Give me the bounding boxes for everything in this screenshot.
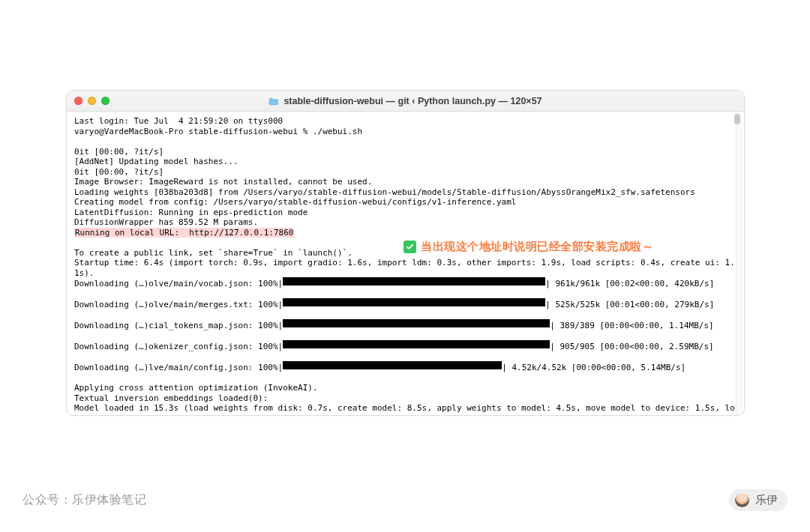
check-icon bbox=[404, 241, 416, 253]
download-label: Downloading (…)cial_tokens_map.json: 100… bbox=[74, 321, 283, 331]
window-title: stable-diffusion-webui — git ‹ Python la… bbox=[67, 96, 744, 106]
download-progress-line: Downloading (…)cial_tokens_map.json: 100… bbox=[74, 320, 736, 331]
terminal-line: [AddNet] Updating model hashes... bbox=[74, 157, 238, 166]
download-label: Downloading (…)lve/main/config.json: 100… bbox=[74, 363, 283, 373]
download-stats: | 4.52k/4.52k [00:00<00:00, 5.14MB/s] bbox=[502, 363, 686, 373]
avatar-icon bbox=[735, 493, 749, 507]
annotation-text: 当出现这个地址时说明已经全部安装完成啦～ bbox=[421, 240, 653, 254]
download-progress-line: Downloading (…)olve/main/vocab.json: 100… bbox=[74, 278, 736, 289]
terminal-line: varyo@VardeMacBook-Pro stable-diffusion-… bbox=[74, 127, 362, 136]
download-stats: | 525k/525k [00:01<00:00, 279kB/s] bbox=[545, 300, 714, 310]
download-stats: | 905/905 [00:00<00:00, 2.59MB/s] bbox=[550, 342, 714, 352]
download-progress-line: Downloading (…)olve/main/merges.txt: 100… bbox=[74, 299, 736, 310]
terminal-line: Last login: Tue Jul 4 21:59:20 on ttys00… bbox=[74, 116, 283, 126]
author-badge: 乐伊 bbox=[729, 489, 788, 511]
terminal-line: Startup time: 6.4s (import torch: 0.9s, … bbox=[74, 258, 735, 278]
highlighted-url-line: Running on local URL: http://127.0.0.1:7… bbox=[74, 228, 294, 238]
download-stats: | 389/389 [00:00<00:00, 1.14MB/s] bbox=[550, 321, 714, 331]
author-name: 乐伊 bbox=[755, 493, 778, 507]
terminal-line: DiffusionWrapper has 859.52 M params. bbox=[74, 217, 258, 227]
download-label: Downloading (…)olve/main/merges.txt: 100… bbox=[74, 300, 283, 310]
terminal-line: LatentDiffusion: Running in eps-predicti… bbox=[74, 208, 308, 217]
terminal-body[interactable]: Last login: Tue Jul 4 21:59:20 on ttys00… bbox=[67, 112, 744, 415]
content-canvas: stable-diffusion-webui — git ‹ Python la… bbox=[14, 45, 796, 465]
scrollbar-thumb[interactable] bbox=[734, 114, 740, 124]
zoom-icon[interactable] bbox=[101, 97, 110, 105]
footer-caption: 公众号：乐伊体验笔记 bbox=[22, 492, 146, 508]
progress-bar-fill bbox=[283, 277, 545, 285]
terminal-line: Textual inversion embeddings loaded(0): bbox=[74, 393, 268, 403]
terminal-line: To create a public link, set `share=True… bbox=[74, 248, 352, 258]
terminal-line: Model loaded in 15.3s (load weights from… bbox=[74, 403, 735, 415]
terminal-line: 0it [00:00, ?it/s] bbox=[74, 147, 164, 157]
progress-bar-fill bbox=[283, 319, 550, 327]
terminal-line: Creating model from config: /Users/varyo… bbox=[74, 197, 516, 207]
terminal-line: Applying cross attention optimization (I… bbox=[74, 383, 318, 393]
progress-bar-fill bbox=[283, 298, 545, 306]
download-label: Downloading (…)olve/main/vocab.json: 100… bbox=[74, 279, 283, 289]
traffic-lights[interactable] bbox=[74, 97, 110, 105]
window-titlebar: stable-diffusion-webui — git ‹ Python la… bbox=[67, 91, 744, 112]
terminal-output: Last login: Tue Jul 4 21:59:20 on ttys00… bbox=[74, 116, 736, 415]
scrollbar-track[interactable] bbox=[736, 112, 742, 415]
terminal-line: Image Browser: ImageReward is not instal… bbox=[74, 177, 372, 187]
terminal-line: 0it [00:00, ?it/s] bbox=[74, 167, 164, 177]
folder-icon bbox=[268, 97, 279, 105]
download-progress-line: Downloading (…)okenizer_config.json: 100… bbox=[74, 341, 736, 352]
terminal-line: Loading weights [038ba203d8] from /Users… bbox=[74, 187, 695, 197]
download-label: Downloading (…)okenizer_config.json: 100… bbox=[74, 342, 283, 352]
minimize-icon[interactable] bbox=[88, 97, 96, 105]
download-stats: | 961k/961k [00:02<00:00, 420kB/s] bbox=[545, 279, 714, 289]
annotation-callout: 当出现这个地址时说明已经全部安装完成啦～ bbox=[404, 240, 653, 254]
progress-bar-fill bbox=[283, 340, 550, 348]
window-title-text: stable-diffusion-webui — git ‹ Python la… bbox=[284, 96, 542, 106]
close-icon[interactable] bbox=[74, 97, 82, 105]
download-progress-line: Downloading (…)lve/main/config.json: 100… bbox=[74, 362, 736, 373]
progress-bar-fill bbox=[283, 361, 502, 369]
